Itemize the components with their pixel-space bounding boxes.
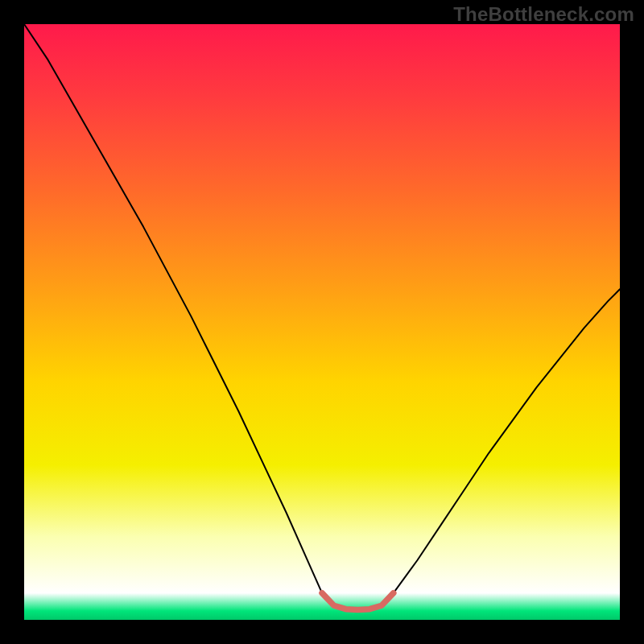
plot-area [24,24,620,620]
chart-svg [24,24,620,620]
watermark-text: TheBottleneck.com [453,3,634,26]
chart-frame: TheBottleneck.com [0,0,644,644]
chart-background [24,24,620,620]
